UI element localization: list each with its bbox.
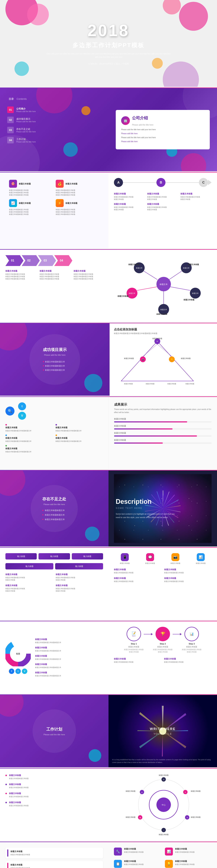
tools-right: 🔧 标题文本标题 标题文本标题标题文本标题 📊 标题文本标题 标题文本标题标题文… xyxy=(108,842,217,868)
slide-toc: 目录 Contents 01 公司简介Please add the title … xyxy=(0,88,217,171)
pie-desc-2: 标题文本标题 标题文本标题标题文本标题标题文本 xyxy=(35,646,61,652)
step-3: 📊 Step 3 标题文本标题 标题文本标题标题文本标题标题文本标题 xyxy=(182,627,202,653)
company-intro-box: 🏢 公司介绍 Please add the title here Please … xyxy=(116,110,210,149)
click-title: 点击处添加加标题 xyxy=(114,328,213,332)
info-card-3: 📈 标题文本标题 标题文本标题标题文本标题标题文本标题标题文本标题标题文本标题标… xyxy=(9,199,53,216)
success-item-1: 标题文本标题标题文本 xyxy=(43,360,67,364)
svg-text:💡: 💡 xyxy=(171,359,173,361)
icon-vimeo: V xyxy=(18,412,26,420)
input-label-5: 输入标题 xyxy=(55,563,103,569)
svg-text:标题文本: 标题文本 xyxy=(183,267,189,269)
svg-text:社交: 社交 xyxy=(16,653,20,655)
slide-inputs: 输入标题 输入标题 输入标题 输入标题 输入标题 标题文本标题 标题文本标题标题… xyxy=(0,548,217,620)
svg-line-37 xyxy=(143,344,157,356)
timeline-card-4: 标题文本标题 标题文本标题标题文本标题标题文本标题 xyxy=(114,203,145,211)
svg-line-15 xyxy=(169,271,182,280)
wp-deco-2 xyxy=(89,749,101,762)
svg-text:标题文本标题: 标题文本标题 xyxy=(159,774,168,776)
svg-text:标题文本: 标题文本 xyxy=(160,309,167,310)
svg-text:02: 02 xyxy=(27,259,31,262)
tw-icon: t xyxy=(16,669,21,674)
svg-text:04: 04 xyxy=(60,259,63,262)
success-title: 成功项目展示 xyxy=(43,347,67,352)
deco-r2 xyxy=(181,153,206,171)
step-connector-1 xyxy=(144,633,153,635)
toc-right: 🏢 公司介绍 Please add the title here Please … xyxy=(108,88,217,171)
network-panel: 标题文本 标题文本 标题文本 标题文本 标题文本 标题文本 标题文本标题 xyxy=(110,250,217,322)
icons-right: 📱 标题文本标题 💬 标题文本标题 📷 标题文本标题 📊 标题文本标题 标题文本… xyxy=(108,548,217,620)
workplan-sub: Please add the title here xyxy=(43,734,65,736)
workplan-title: 工作计划 xyxy=(43,726,65,732)
info-card-4: ⚡ 标题文本标题 标题文本标题标题文本标题标题文本标题标题文本标题标题文本标题标… xyxy=(56,199,99,216)
deco-circle-6 xyxy=(163,61,199,87)
icon-desc-1: 标题文本标题 标题文本标题标题文本标题 xyxy=(114,568,161,574)
icon-desc-2: 标题文本标题 标题文本标题标题文本标题 xyxy=(164,568,212,574)
node-b: B xyxy=(156,178,165,187)
slide-success: 成功项目展示 Please add the title here 标题文本标题标… xyxy=(0,323,217,396)
bar-2: 标题文本标题 xyxy=(114,425,212,430)
svg-text:标题文本: 标题文本 xyxy=(192,292,198,294)
toc-item-3: 03 存在不足之处Please add the title here xyxy=(7,127,101,133)
input-desc-3: 标题文本标题 标题文本标题标题文本标题标题文本标题 xyxy=(5,584,53,592)
ach-item-1: 标题文本标题 标题文本标题标题文本标题标题文本 xyxy=(5,424,53,432)
slide-weakness: 存在不足之处 Please add the title here 标题文本标题标… xyxy=(0,470,217,547)
write-body-text: It is a long established fact that a rea… xyxy=(112,758,213,764)
node-c: C xyxy=(199,178,208,187)
desc-title: Description xyxy=(116,498,210,505)
ach-item-2: 标题文本标题 标题文本标题标题文本标题标题文本 xyxy=(56,424,103,432)
svg-text:☆: ☆ xyxy=(163,830,164,831)
pie-desc-5: 标题文本标题 标题文本标题标题文本标题标题文本 xyxy=(35,671,61,677)
chev-desc-3: 标题文本标题 标题文本标题标题文本标题标题文本标题标题文本标题标题文本标题标题文… xyxy=(73,270,105,280)
vi-icon: V xyxy=(22,669,27,674)
svg-text:01: 01 xyxy=(11,259,14,262)
slide-list-tools: 标题文本标题 标题文本标题标题文本标题 标题文本标题 标题文本标题标题文本标题 … xyxy=(0,842,217,868)
steps-row: 📝 TEXT Step 1 标题文本标题 标题文本标题标题文本标题标题文本标题 … xyxy=(114,627,212,653)
toc-left: 目录 Contents 01 公司简介Please add the title … xyxy=(0,88,108,171)
write-here-right: WRITE HERE YOUR TITLE It is a long estab… xyxy=(108,695,217,767)
ach-item-5: 标题文本标题 标题文本标题标题文本标题标题文本 xyxy=(5,445,53,453)
pie-desc-1: 标题文本标题 标题文本标题标题文本标题标题文本 xyxy=(35,638,61,644)
weakness-item-3: 标题文本标题标题文本 xyxy=(42,518,66,521)
svg-text:★: ★ xyxy=(187,817,188,818)
svg-text:标题文本: 标题文本 xyxy=(129,292,135,294)
node-a: A xyxy=(114,178,123,187)
slide-chevrons: 01 02 03 04 标题文本标题 标题文本标题标题文本标题标题文本标题标题文… xyxy=(0,250,217,322)
app-icon-4: 📊 标题文本标题 xyxy=(190,553,212,564)
desc-body: Some text content is to highlight an imp… xyxy=(116,512,177,519)
chev-desc-1: 标题文本标题 标题文本标题标题文本标题标题文本标题标题文本标题标题文本标题标题文… xyxy=(5,270,37,280)
list-item-1: 标题文本标题 标题文本标题标题文本标题 xyxy=(5,847,103,859)
info-card-2: 💰 标题文本标题 标题文本标题标题文本标题标题文本标题标题文本标题标题文本标题标… xyxy=(56,180,99,196)
svg-line-38 xyxy=(157,344,172,356)
inputs-left: 输入标题 输入标题 输入标题 输入标题 输入标题 标题文本标题 标题文本标题标题… xyxy=(0,548,108,620)
meta-info: 汇报时间：201X年8月8日 汇报人：千图网 xyxy=(88,62,129,65)
workplan-left: 工作计划 Please add the title here xyxy=(0,695,108,767)
weakness-item-2: 标题文本标题标题文本 xyxy=(42,514,66,516)
main-title: 多边形工作计划PPT模板 xyxy=(72,41,145,50)
write-here-label: WRITE HERE xyxy=(150,727,176,731)
bar-1: 标题文本标题 xyxy=(114,417,212,423)
pie-desc-4: 标题文本标题 标题文本标题标题文本标题标题文本 xyxy=(35,663,61,669)
slide-title: 2018 多边形工作计划PPT模板 Click add your text ti… xyxy=(0,0,217,87)
svg-text:标题文本标题: 标题文本标题 xyxy=(167,383,176,384)
pie-svg: 社交 xyxy=(5,641,31,666)
pie-left: 社交 f t V 标题文本标题 标题文本标题标题文本标题标题文本 标题文本标题 … xyxy=(0,621,108,694)
your-title-label: YOUR TITLE xyxy=(150,733,176,735)
tool-3: 📋 标题文本标题 标题文本标题标题文本标题 xyxy=(114,860,161,868)
svg-text:标题文本标题: 标题文本标题 xyxy=(191,790,200,792)
svg-text:标题文本标题: 标题文本标题 xyxy=(183,299,194,301)
deco-circle-4 xyxy=(179,2,208,31)
svg-text:标题文本标题: 标题文本标题 xyxy=(117,295,128,297)
results-text: These words are all key points, and impo… xyxy=(114,408,212,414)
achievement-left: 🔍 t V 标题文本标题 标题文本标题标题文本标题标题文本 标题文本标题 标题文… xyxy=(0,397,108,469)
svg-text:标题文本标题: 标题文本标题 xyxy=(191,816,200,818)
svg-text:标题文本标题: 标题文本标题 xyxy=(146,383,154,384)
timeline-card-5: 标题文本标题 标题文本标题标题文本标题标题文本标题 xyxy=(147,203,178,211)
step-connector-2 xyxy=(173,633,182,635)
success-left: 成功项目展示 Please add the title here 标题文本标题标… xyxy=(0,323,110,396)
input-desc-2: 标题文本标题 标题文本标题标题文本标题标题文本标题 xyxy=(56,573,103,581)
svg-text:标题文本标题: 标题文本标题 xyxy=(124,383,133,384)
icon-twitter: t xyxy=(18,402,26,410)
weakness-sub: Please add the title here xyxy=(42,503,66,505)
toc-item-1: 01 公司简介Please add the title here xyxy=(7,106,101,113)
svg-text:标题文本标题: 标题文本标题 xyxy=(159,834,168,835)
